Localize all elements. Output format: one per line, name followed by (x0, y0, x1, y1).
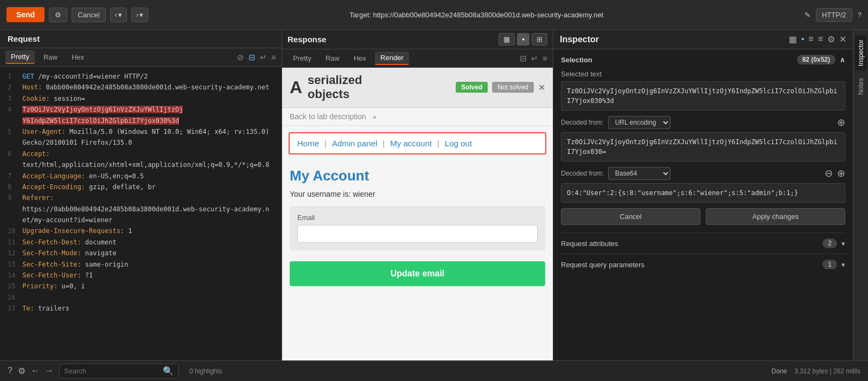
tab-response-hex[interactable]: Hex (348, 52, 372, 64)
update-email-button[interactable]: Update email (290, 261, 545, 286)
bottom-bar: ? ⚙ ← → 🔍 0 highlights Done 3,312 bytes … (0, 360, 868, 381)
format-icon[interactable]: ⊟ (248, 53, 256, 62)
nav-sep-2: | (382, 139, 385, 148)
request-body: 1 GET /my-account?id=wiener HTTP/2 2 Hos… (0, 67, 282, 360)
layout-btn-3[interactable]: ⊞ (532, 33, 547, 46)
line-17: 17 Te: trailers (8, 303, 274, 314)
inspector-title: Inspector (560, 35, 783, 44)
selection-label: Selection (561, 56, 592, 64)
back-bottom-icon[interactable]: ← (31, 366, 40, 376)
forward-nav-button[interactable]: › ▾ (131, 8, 148, 22)
indent-icon[interactable]: ↵ (260, 53, 267, 62)
inspector-view-icon-1[interactable]: ▦ (789, 34, 797, 44)
request-query-params-accordion[interactable]: Request query parameters 1 ▾ (561, 254, 845, 275)
add-decode-icon[interactable]: ⊕ (837, 167, 845, 179)
line-10: 10 Upgrade-Insecure-Requests: 1 (8, 225, 274, 236)
render-btn-group: ▦ ▪ ⊞ (499, 33, 547, 46)
request-panel-header: Request (0, 30, 282, 48)
line-14: 14 Sec-Fetch-User: ?1 (8, 270, 274, 281)
settings-bottom-icon[interactable]: ⚙ (18, 366, 25, 376)
layout-btn-2[interactable]: ▪ (517, 33, 529, 46)
highlights-count: 0 highlights (189, 367, 222, 375)
line-1: 1 GET /my-account?id=wiener HTTP/2 (8, 71, 274, 82)
nav-log-out-link[interactable]: Log out (445, 139, 472, 148)
decode-type-select-1[interactable]: URL encoding Base64 HTML (608, 116, 671, 129)
bytes-info: 3,312 bytes | 262 millis (794, 367, 860, 375)
side-tab-notes[interactable]: Notes (855, 74, 867, 99)
help-icon[interactable]: ? (858, 11, 861, 19)
nav-sep-3: | (437, 139, 439, 148)
tab-response-pretty[interactable]: Pretty (288, 52, 317, 64)
chevron-left-icon: ‹ (115, 11, 117, 19)
close-banner-button[interactable]: ✕ (538, 82, 545, 93)
cancel-button[interactable]: Cancel (72, 8, 105, 22)
inspector-header: Inspector ▦ ▪ ≡ ≡ ⚙ ✕ (553, 30, 853, 49)
eye-slash-icon[interactable]: ⊘ (237, 53, 244, 62)
inspector-view-icon-3[interactable]: ≡ (808, 34, 813, 44)
collapse-icon[interactable]: ∧ (840, 56, 845, 64)
email-input[interactable] (297, 225, 538, 243)
tab-response-raw[interactable]: Raw (320, 52, 345, 64)
apply-changes-button[interactable]: Apply changes (706, 208, 845, 225)
nav-links-box: Home | Admin panel | My account | Log ou… (289, 132, 546, 154)
settings-button[interactable]: ⚙ (49, 8, 67, 22)
search-icon[interactable]: 🔍 (163, 366, 174, 376)
inspector-icon-bar: ▦ ▪ ≡ ≡ ⚙ ✕ (789, 34, 846, 44)
decoded-from-label-2: Decoded from: (561, 170, 604, 177)
request-attributes-accordion[interactable]: Request attributes 2 ▾ (561, 233, 845, 254)
decoded-value-1: Tz0OiJVc2VyIjoyOntzOjg6InVzZXJuYWllIjtzO… (561, 132, 845, 162)
banner-status: Solved Not solved ✕ (456, 82, 545, 93)
remove-decode-icon[interactable]: ⊖ (825, 167, 833, 179)
tab-hex[interactable]: Hex (66, 51, 90, 63)
nav-sep-1: | (324, 139, 327, 148)
inspector-panel: Inspector ▦ ▪ ≡ ≡ ⚙ ✕ Selection 82 (0x52… (553, 30, 853, 360)
nav-home-link[interactable]: Home (297, 139, 319, 148)
nav-admin-panel-link[interactable]: Admin panel (332, 139, 377, 148)
tab-pretty[interactable]: Pretty (5, 50, 35, 64)
response-icon-2[interactable]: ↵ (531, 54, 538, 63)
help-bottom-icon[interactable]: ? (8, 366, 12, 376)
dropdown-icon: ▾ (118, 11, 122, 19)
back-to-lab-link[interactable]: Back to lab description » (282, 108, 553, 126)
inspector-close-icon[interactable]: ✕ (839, 34, 846, 44)
main-area: Request Pretty Raw Hex ⊘ ⊟ ↵ ≡ 1 GET /my… (0, 30, 868, 360)
line-5b: Gecko/20100101 Firefox/135.0 (8, 137, 274, 148)
tab-response-render[interactable]: Render (375, 51, 409, 65)
dropdown-icon: ▾ (139, 11, 143, 19)
side-tab-inspector[interactable]: Inspector (855, 35, 867, 70)
inspector-settings-icon[interactable]: ⚙ (827, 34, 835, 44)
response-top-bar: Response ▦ ▪ ⊞ (282, 30, 553, 49)
response-icon-1[interactable]: ⊟ (520, 54, 527, 63)
arrow-right-icon: » (368, 113, 376, 121)
line-12: 12 Sec-Fetch-Mode: navigate (8, 248, 274, 259)
page-content: My Account Your username is: wiener Emai… (282, 161, 553, 293)
http-version-badge: HTTP/2 (816, 8, 852, 22)
inspector-view-icon-2[interactable]: ▪ (801, 34, 805, 44)
forward-bottom-icon[interactable]: → (45, 366, 54, 376)
inspector-cancel-button[interactable]: Cancel (561, 208, 700, 225)
layout-btn-1[interactable]: ▦ (499, 33, 515, 46)
response-panel: Response ▦ ▪ ⊞ Pretty Raw Hex Render ⊟ ↵… (282, 30, 553, 360)
request-attributes-count: 2 (822, 238, 837, 248)
response-rendered-content: A serialized objects Solved Not solved ✕… (282, 68, 553, 360)
search-input[interactable] (64, 367, 159, 375)
response-menu-icon[interactable]: ≡ (542, 54, 547, 63)
inspector-body: Selection 82 (0x52) ∧ Selected text Tz0O… (553, 49, 853, 360)
menu-icon[interactable]: ≡ (271, 53, 276, 62)
send-button[interactable]: Send (7, 7, 44, 22)
back-nav-button[interactable]: ‹ ▾ (110, 8, 127, 22)
nav-my-account-link[interactable]: My account (390, 139, 432, 148)
line-5: 5 User-Agent: Mozilla/5.0 (Windows NT 10… (8, 126, 274, 137)
line-4: 4 Tz0OiJVc2VyIjoyOntzOjg6InVzZXJuYWllIjt… (8, 104, 274, 115)
line-2: 2 Host: 0abb00e804942e2485b08a3800de001d… (8, 82, 274, 93)
tab-raw[interactable]: Raw (38, 51, 63, 63)
add-decode-1-icon[interactable]: ⊕ (837, 117, 845, 128)
edit-icon[interactable]: ✎ (805, 11, 810, 19)
side-tab-bar: Inspector Notes (853, 30, 868, 360)
chevron-right-icon: › (136, 11, 138, 19)
email-label: Email (297, 214, 538, 222)
decode-type-select-2[interactable]: Base64 URL encoding HTML (608, 167, 671, 180)
username-text: Your username is: wiener (290, 190, 545, 198)
inspector-view-icon-4[interactable]: ≡ (818, 34, 823, 44)
decoded-from-label-1: Decoded from: (561, 119, 604, 126)
